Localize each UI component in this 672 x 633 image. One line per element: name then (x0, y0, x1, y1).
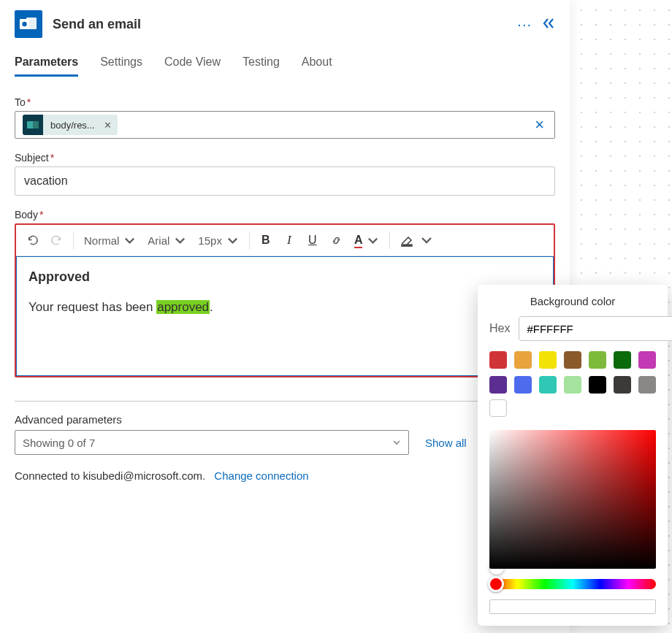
no-color-swatch[interactable] (489, 399, 507, 417)
format-value: Normal (84, 234, 119, 247)
hex-input[interactable] (519, 316, 672, 341)
color-swatches (489, 351, 656, 394)
hex-label: Hex (489, 322, 510, 335)
subject-input[interactable] (23, 170, 547, 192)
tab-code-view[interactable]: Code View (164, 55, 221, 77)
bold-button[interactable]: B (256, 229, 276, 251)
connection-info: Connected to kisubedi@microsoft.com. Cha… (15, 469, 555, 482)
color-swatch[interactable] (489, 376, 507, 394)
label-body: Body* (15, 209, 555, 220)
color-swatch[interactable] (614, 351, 631, 369)
color-swatch[interactable] (539, 351, 557, 369)
color-swatch[interactable] (589, 376, 606, 394)
body-paragraph: Your request has been approved. (28, 298, 541, 317)
to-input[interactable]: body/res... ✕ × (15, 111, 555, 139)
panel-title: Send an email (53, 17, 507, 32)
chevron-down-icon (392, 438, 401, 447)
dynamic-content-token[interactable]: body/res... ✕ (23, 115, 118, 135)
change-connection-link[interactable]: Change connection (214, 469, 308, 482)
font-size-select[interactable]: 15px (194, 229, 243, 251)
show-all-link[interactable]: Show all (425, 437, 467, 449)
token-label: body/res... (50, 120, 95, 131)
label-subject-text: Subject (15, 152, 49, 164)
more-menu-button[interactable]: ··· (517, 17, 532, 31)
size-value: 15px (198, 234, 222, 247)
body-text-before: Your request has been (28, 300, 156, 314)
font-family-select[interactable]: Arial (143, 229, 191, 251)
underline-button[interactable]: U (302, 229, 323, 251)
panel-header: Send an email ··· (15, 10, 555, 38)
color-swatch[interactable] (589, 351, 606, 369)
toolbar-separator (389, 231, 390, 249)
hue-slider[interactable] (489, 579, 656, 589)
label-to-text: To (15, 96, 26, 108)
gradient-area (489, 430, 656, 569)
field-body: Body* Normal Arial 15px B I U A (15, 209, 555, 377)
background-color-popover: Background color Hex (478, 285, 668, 626)
color-swatch[interactable] (514, 376, 532, 394)
link-button[interactable] (326, 229, 347, 251)
collapse-panel-button[interactable] (542, 18, 555, 31)
field-subject: Subject* (15, 152, 555, 196)
token-icon (23, 115, 43, 135)
tab-parameters[interactable]: Parameters (15, 55, 78, 77)
redo-button[interactable] (46, 229, 67, 251)
section-divider (15, 401, 555, 402)
label-to: To* (15, 96, 555, 108)
tab-settings[interactable]: Settings (100, 55, 142, 77)
color-swatch[interactable] (514, 351, 532, 369)
connection-text: Connected to kisubedi@microsoft.com. (15, 469, 205, 482)
tabs: Parameters Settings Code View Testing Ab… (15, 55, 555, 77)
subject-input-wrapper (15, 166, 555, 196)
font-value: Arial (148, 234, 169, 247)
field-to: To* body/res... ✕ × (15, 96, 555, 139)
tab-testing[interactable]: Testing (243, 55, 280, 77)
advanced-select-text: Showing 0 of 7 (23, 437, 95, 449)
outlook-icon (15, 10, 42, 38)
color-swatch[interactable] (638, 376, 656, 394)
required-indicator: * (39, 209, 43, 220)
highlight-color-button[interactable] (396, 229, 438, 251)
color-swatch[interactable] (614, 376, 631, 394)
body-highlighted: approved (156, 300, 210, 314)
undo-button[interactable] (22, 229, 43, 251)
color-swatch[interactable] (539, 376, 557, 394)
body-text-after: . (210, 300, 213, 314)
label-subject: Subject* (15, 152, 555, 164)
popover-title: Background color (489, 295, 656, 307)
color-swatch[interactable] (489, 351, 507, 369)
hue-thumb[interactable] (488, 576, 504, 592)
toolbar-separator (73, 231, 74, 249)
advanced-parameters-label: Advanced parameters (15, 413, 555, 426)
token-remove-icon[interactable]: ✕ (104, 120, 112, 131)
label-body-text: Body (15, 209, 38, 220)
paragraph-format-select[interactable]: Normal (80, 229, 140, 251)
font-color-button[interactable]: A (350, 229, 384, 251)
alpha-slider[interactable] (489, 599, 656, 614)
body-editor-container: Normal Arial 15px B I U A Approved Your … (15, 223, 555, 377)
svg-rect-3 (402, 245, 412, 247)
body-editor[interactable]: Approved Your request has been approved. (16, 256, 554, 376)
svg-point-2 (22, 22, 26, 26)
required-indicator: * (27, 96, 31, 108)
color-swatch[interactable] (638, 351, 656, 369)
advanced-parameters-select[interactable]: Showing 0 of 7 (15, 430, 409, 455)
color-swatch[interactable] (564, 351, 581, 369)
hex-row: Hex (489, 316, 656, 341)
clear-input-icon[interactable]: × (532, 115, 547, 134)
body-heading: Approved (28, 267, 541, 288)
saturation-value-picker[interactable] (489, 430, 656, 569)
rich-text-toolbar: Normal Arial 15px B I U A (16, 225, 554, 256)
toolbar-separator (249, 231, 250, 249)
advanced-parameters-row: Showing 0 of 7 Show all (15, 430, 555, 455)
tab-about[interactable]: About (302, 55, 332, 77)
italic-button[interactable]: I (279, 229, 299, 251)
color-swatch[interactable] (564, 376, 581, 394)
required-indicator: * (50, 152, 54, 164)
